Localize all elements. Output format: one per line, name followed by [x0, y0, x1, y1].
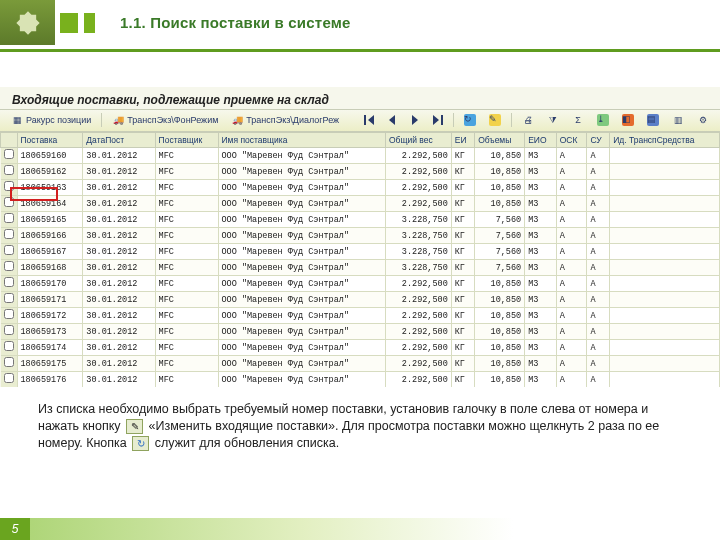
dialog-mode-button[interactable]: 🚚 ТранспЭкз\ДиалогРеж [226, 112, 344, 128]
cell-delivery[interactable]: 180659173 [17, 324, 83, 340]
row-checkbox[interactable] [4, 181, 14, 191]
col-header[interactable]: Поставщик [155, 133, 218, 148]
row-checkbox-cell[interactable] [1, 292, 18, 308]
table-row[interactable]: 18065917430.01.2012MFCООО "Маревен Фуд С… [1, 340, 720, 356]
row-checkbox-cell[interactable] [1, 196, 18, 212]
table-row[interactable]: 18065916530.01.2012MFCООО "Маревен Фуд С… [1, 212, 720, 228]
col-header[interactable] [1, 133, 18, 148]
table-row[interactable]: 18065916730.01.2012MFCООО "Маревен Фуд С… [1, 244, 720, 260]
table-row[interactable]: 18065917530.01.2012MFCООО "Маревен Фуд С… [1, 356, 720, 372]
col-header[interactable]: Общий вес [385, 133, 451, 148]
cell-delivery[interactable]: 180659171 [17, 292, 83, 308]
cell-volume: 10,850 [475, 340, 525, 356]
cell-transport [610, 196, 720, 212]
cell-osk: A [556, 260, 587, 276]
row-checkbox-cell[interactable] [1, 244, 18, 260]
row-checkbox-cell[interactable] [1, 276, 18, 292]
row-checkbox[interactable] [4, 325, 14, 335]
cell-delivery[interactable]: 180659163 [17, 180, 83, 196]
row-checkbox[interactable] [4, 373, 14, 383]
row-checkbox[interactable] [4, 149, 14, 159]
table-row[interactable]: 18065917130.01.2012MFCООО "Маревен Фуд С… [1, 292, 720, 308]
cell-delivery[interactable]: 180659162 [17, 164, 83, 180]
columns-button[interactable]: ▥ [667, 112, 689, 128]
filter-button[interactable]: ⧩ [542, 112, 564, 128]
row-checkbox[interactable] [4, 213, 14, 223]
row-checkbox[interactable] [4, 165, 14, 175]
settings-button[interactable]: ⚙ [692, 112, 714, 128]
row-checkbox-cell[interactable] [1, 340, 18, 356]
row-checkbox-cell[interactable] [1, 212, 18, 228]
cell-delivery[interactable]: 180659166 [17, 228, 83, 244]
table-row[interactable]: 18065916430.01.2012MFCООО "Маревен Фуд С… [1, 196, 720, 212]
row-checkbox[interactable] [4, 245, 14, 255]
cell-delivery[interactable]: 180659175 [17, 356, 83, 372]
row-checkbox-cell[interactable] [1, 148, 18, 164]
row-checkbox[interactable] [4, 309, 14, 319]
row-checkbox[interactable] [4, 293, 14, 303]
table-row[interactable]: 18065917230.01.2012MFCООО "Маревен Фуд С… [1, 308, 720, 324]
cell-delivery[interactable]: 180659164 [17, 196, 83, 212]
brand-stripe [60, 13, 95, 33]
row-checkbox-cell[interactable] [1, 308, 18, 324]
col-header[interactable]: Ид. ТранспСредства [610, 133, 720, 148]
cell-delivery[interactable]: 180659172 [17, 308, 83, 324]
row-checkbox-cell[interactable] [1, 180, 18, 196]
row-checkbox-cell[interactable] [1, 228, 18, 244]
table-row[interactable]: 18065916330.01.2012MFCООО "Маревен Фуд С… [1, 180, 720, 196]
row-checkbox-cell[interactable] [1, 164, 18, 180]
col-header[interactable]: СУ [587, 133, 610, 148]
nav-first-button[interactable] [359, 112, 379, 128]
refresh-button[interactable]: ↻ [459, 112, 481, 128]
col-header[interactable]: Поставка [17, 133, 83, 148]
sum-button[interactable]: Σ [567, 112, 589, 128]
row-checkbox-cell[interactable] [1, 260, 18, 276]
row-checkbox-cell[interactable] [1, 372, 18, 388]
row-checkbox-cell[interactable] [1, 356, 18, 372]
print-button[interactable]: 🖨 [517, 112, 539, 128]
chart-button[interactable]: ◧ [617, 112, 639, 128]
table-row[interactable]: 18065916230.01.2012MFCООО "Маревен Фуд С… [1, 164, 720, 180]
row-checkbox-cell[interactable] [1, 324, 18, 340]
row-checkbox[interactable] [4, 341, 14, 351]
table-row[interactable]: 18065916630.01.2012MFCООО "Маревен Фуд С… [1, 228, 720, 244]
row-checkbox[interactable] [4, 261, 14, 271]
cell-delivery[interactable]: 180659160 [17, 148, 83, 164]
col-header[interactable]: ЕИ [451, 133, 474, 148]
nav-prev-button[interactable] [382, 112, 402, 128]
row-checkbox[interactable] [4, 277, 14, 287]
col-header[interactable]: ОСК [556, 133, 587, 148]
cell-volume: 10,850 [475, 324, 525, 340]
table-row[interactable]: 18065917630.01.2012MFCООО "Маревен Фуд С… [1, 372, 720, 388]
cell-delivery[interactable]: 180659167 [17, 244, 83, 260]
cell-supplier-name: ООО "Маревен Фуд Сэнтрал" [218, 180, 385, 196]
row-checkbox[interactable] [4, 197, 14, 207]
cell-delivery[interactable]: 180659168 [17, 260, 83, 276]
nav-last-button[interactable] [428, 112, 448, 128]
export-button[interactable]: ⤓ [592, 112, 614, 128]
cell-delivery[interactable]: 180659170 [17, 276, 83, 292]
fon-mode-button[interactable]: 🚚 ТранспЭкз\ФонРежим [107, 112, 223, 128]
rakurs-button[interactable]: ▦ Ракурс позиции [6, 112, 96, 128]
table-row[interactable]: 18065916830.01.2012MFCООО "Маревен Фуд С… [1, 260, 720, 276]
col-header[interactable]: ЕИО [525, 133, 557, 148]
table-row[interactable]: 18065917030.01.2012MFCООО "Маревен Фуд С… [1, 276, 720, 292]
cell-volume: 10,850 [475, 276, 525, 292]
table-row[interactable]: 18065916030.01.2012MFCООО "Маревен Фуд С… [1, 148, 720, 164]
cell-delivery[interactable]: 180659176 [17, 372, 83, 388]
edit-button[interactable]: ✎ [484, 112, 506, 128]
cell-su: A [587, 228, 610, 244]
cell-delivery[interactable]: 180659165 [17, 212, 83, 228]
row-checkbox[interactable] [4, 357, 14, 367]
columns-icon: ▥ [672, 114, 684, 126]
nav-next-button[interactable] [405, 112, 425, 128]
col-header[interactable]: ДатаПост [83, 133, 155, 148]
table-row[interactable]: 18065917330.01.2012MFCООО "Маревен Фуд С… [1, 324, 720, 340]
cell-transport [610, 180, 720, 196]
col-header[interactable]: Имя поставщика [218, 133, 385, 148]
cell-delivery[interactable]: 180659174 [17, 340, 83, 356]
layout-button[interactable]: ▤ [642, 112, 664, 128]
truck-icon: 🚚 [112, 114, 124, 126]
row-checkbox[interactable] [4, 229, 14, 239]
col-header[interactable]: Объемы [475, 133, 525, 148]
